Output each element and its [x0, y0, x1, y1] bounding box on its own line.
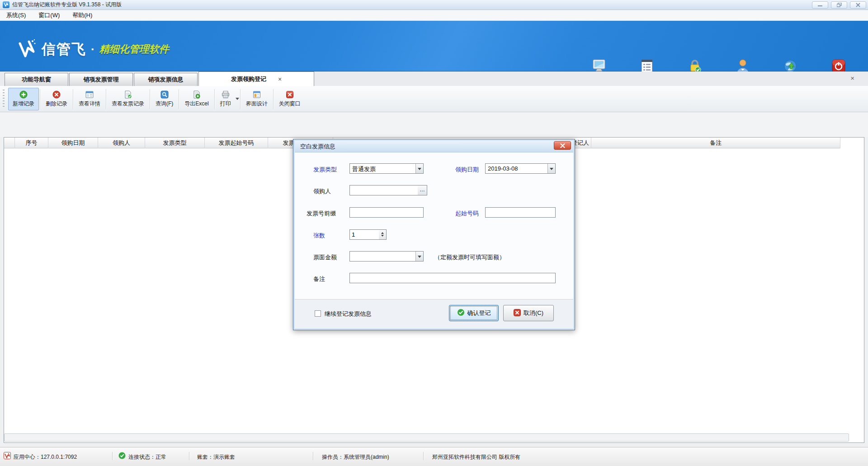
menu-window[interactable]: 窗口(W): [32, 10, 66, 20]
dialog-close-button[interactable]: [554, 141, 571, 150]
view-detail-icon: [85, 90, 94, 99]
buyer-field[interactable]: [349, 185, 418, 195]
toolbar-add-record[interactable]: 新增记录: [8, 88, 39, 110]
field-start-no-label: 起始号码: [455, 209, 479, 218]
purchase-date-field[interactable]: 2019-03-08: [485, 163, 556, 174]
start-number-field[interactable]: [485, 207, 556, 218]
chevron-down-icon[interactable]: [415, 164, 423, 173]
ui-design-icon: [253, 90, 261, 99]
add-record-icon: [19, 90, 28, 99]
confirm-check-icon: [457, 309, 465, 318]
buyer-lookup-button[interactable]: …: [418, 185, 427, 195]
continue-register-checkbox[interactable]: [315, 310, 321, 317]
grid-col-seq[interactable]: 序号: [15, 138, 48, 148]
grid-col-purchase-date[interactable]: 领购日期: [48, 138, 98, 148]
application-window: 信管飞出纳记账软件专业版 V9.1.358 - 试用版 系统(S) 窗口(W) …: [0, 0, 868, 466]
field-prefix-label: 发票号前缀: [307, 209, 336, 218]
status-account-set: 账套：演示账套: [197, 453, 235, 461]
toolbar: 新增记录 删除记录 查看详情 查看发票记录 查询(F) 导出Excel: [0, 86, 868, 112]
field-count-label: 张数: [313, 232, 325, 240]
count-spinner[interactable]: [379, 229, 387, 240]
count-field[interactable]: [349, 229, 379, 240]
field-remark-label: 备注: [313, 275, 325, 283]
tab-nav-window[interactable]: 功能导航窗: [5, 73, 68, 86]
export-excel-icon: [193, 90, 201, 99]
brand-slogan: 精细化管理软件: [99, 43, 169, 56]
dialog-footer: 继续登记发票信息 确认登记 取消(C): [295, 299, 573, 328]
close-window-icon: [286, 90, 294, 99]
grid-col-invoice-type[interactable]: 发票类型: [145, 138, 205, 148]
tab-close-icon[interactable]: ×: [278, 76, 282, 83]
print-icon: [222, 90, 230, 99]
delete-record-icon: [52, 90, 61, 99]
window-title: 信管飞出纳记账软件专业版 V9.1.358 - 试用版: [12, 1, 122, 9]
amount-note: （定额发票时可填写面额）: [434, 253, 505, 262]
banner: 信管飞 · 精细化管理软件 我的工作台: [0, 21, 868, 71]
field-purchase-date-label: 领购日期: [455, 166, 479, 174]
field-invoice-type-label: 发票类型: [313, 166, 337, 174]
status-app-center: 应用中心：127.0.0.1:7092: [14, 453, 77, 461]
brand-dot: ·: [91, 43, 95, 57]
grid-col-start-no[interactable]: 发票起始号码: [205, 138, 268, 148]
menu-bar: 系统(S) 窗口(W) 帮助(H): [0, 10, 868, 21]
toolbar-close-window[interactable]: 关闭窗口: [274, 88, 305, 110]
remark-field[interactable]: [349, 273, 556, 283]
view-invoice-records-icon: [124, 90, 132, 99]
toolbar-grip: [3, 90, 5, 109]
toolbar-export-excel[interactable]: 导出Excel: [180, 88, 213, 110]
app-center-icon: [4, 452, 11, 461]
toolbar-print[interactable]: 打印: [216, 88, 236, 110]
dialog-title-bar[interactable]: 空白发票信息: [295, 141, 573, 152]
toolbar-ui-design[interactable]: 界面设计: [241, 88, 272, 110]
close-button[interactable]: [850, 1, 866, 9]
grid-col-buyer[interactable]: 领购人: [98, 138, 145, 148]
connection-ok-icon: [118, 452, 126, 461]
menu-help[interactable]: 帮助(H): [66, 10, 99, 20]
tab-bar: 功能导航窗 销项发票管理 销项发票信息 发票领购登记 × ×: [0, 71, 868, 86]
toolbar-view-detail[interactable]: 查看详情: [74, 88, 105, 110]
status-operator: 操作员：系统管理员(admin): [322, 453, 389, 461]
brand-logo-icon: [16, 38, 37, 61]
chevron-down-icon[interactable]: [415, 252, 423, 261]
brand-name: 信管飞: [42, 40, 86, 59]
filter-bar: 领购日期 最近7天 2019-03-01 2019-03-08 发票类型 全部 …: [0, 112, 868, 137]
field-amount-label: 票面金额: [313, 253, 337, 262]
cancel-x-icon: [514, 309, 521, 318]
toolbar-search[interactable]: 查询(F): [151, 88, 178, 110]
restore-button[interactable]: [831, 1, 847, 9]
chevron-down-icon[interactable]: [547, 164, 555, 173]
status-bar: 应用中心：127.0.0.1:7092 连接状态：正常 账套：演示账套 操作员：…: [0, 447, 868, 466]
cancel-button[interactable]: 取消(C): [503, 305, 554, 321]
amount-field[interactable]: [349, 251, 424, 262]
blank-invoice-dialog: 空白发票信息 发票类型 普通发票 领购日期 2019-03-08 领购人 … 发…: [293, 139, 575, 330]
invoice-prefix-field[interactable]: [349, 207, 424, 218]
tab-sales-invoice-info[interactable]: 销项发票信息: [134, 73, 198, 86]
status-connection: 连接状态：正常: [128, 453, 166, 461]
continue-register-label: 继续登记发票信息: [325, 310, 372, 318]
tab-invoice-purchase-register[interactable]: 发票领购登记 ×: [198, 71, 314, 86]
app-logo-icon: [3, 1, 9, 8]
print-dropdown-icon[interactable]: [236, 98, 239, 102]
search-icon: [160, 90, 169, 99]
horizontal-scrollbar[interactable]: [4, 433, 849, 442]
menu-system[interactable]: 系统(S): [0, 10, 32, 20]
status-company: 郑州亚拓软件科技有限公司 版权所有: [432, 453, 520, 461]
field-buyer-label: 领购人: [313, 187, 331, 195]
tabbar-close-icon[interactable]: ×: [850, 74, 854, 82]
title-bar: 信管飞出纳记账软件专业版 V9.1.358 - 试用版: [0, 0, 868, 10]
confirm-register-button[interactable]: 确认登记: [449, 305, 499, 321]
tab-sales-invoice-mgmt[interactable]: 销项发票管理: [69, 73, 133, 86]
minimize-button[interactable]: [812, 1, 828, 9]
dialog-title: 空白发票信息: [300, 143, 335, 151]
invoice-type-field[interactable]: 普通发票: [349, 163, 424, 174]
toolbar-view-invoice-records[interactable]: 查看发票记录: [107, 88, 149, 110]
grid-col-remark[interactable]: 备注: [591, 138, 840, 148]
grid-col-indicator: [4, 138, 15, 148]
toolbar-delete-record[interactable]: 删除记录: [41, 88, 72, 110]
